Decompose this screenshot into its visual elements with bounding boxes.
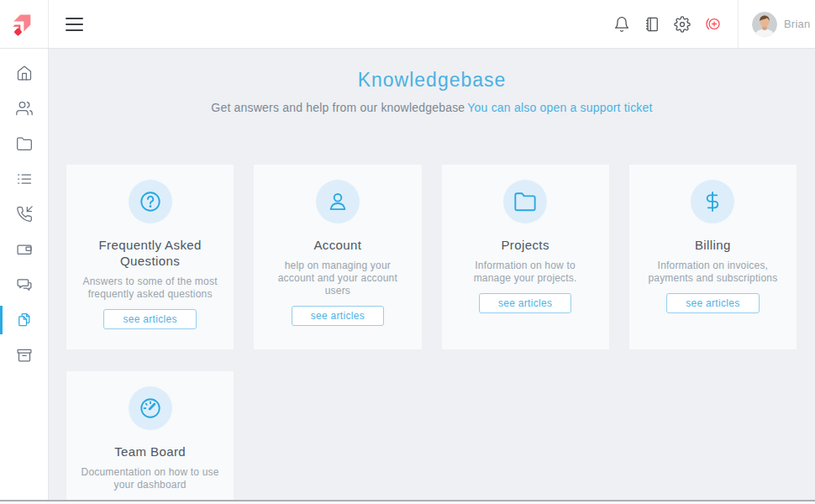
- topbar-right: Brian: [613, 0, 815, 48]
- app-window: Brian: [0, 0, 815, 504]
- page-title: Knowledgebase: [49, 69, 815, 92]
- see-articles-button[interactable]: see articles: [292, 306, 384, 326]
- body: Knowledgebase Get answers and help from …: [0, 49, 815, 500]
- card-description: Answers to some of the most frequently a…: [80, 276, 220, 301]
- card-icon-circle: [691, 180, 734, 223]
- card-description: Information on how to manage your projec…: [455, 260, 596, 285]
- list-icon: [16, 171, 33, 187]
- knowledgebase-card: Account help on managing your account an…: [254, 165, 421, 349]
- card-icon-circle: [129, 386, 172, 430]
- sidebar-item[interactable]: [0, 232, 48, 267]
- sidebar-item[interactable]: [0, 126, 48, 161]
- see-articles-button[interactable]: see articles: [666, 293, 759, 313]
- users-icon: [16, 100, 33, 117]
- knowledgebase-card: Projects Information on how to manage yo…: [442, 165, 609, 349]
- subtitle-text: Get answers and help from our knowledgeb…: [211, 101, 465, 114]
- documents-icon: [16, 312, 33, 328]
- topbar: Brian: [0, 0, 815, 49]
- question-icon: [139, 190, 162, 213]
- card-title: Team Board: [114, 444, 186, 459]
- see-articles-button[interactable]: see articles: [479, 293, 571, 313]
- sidebar-item[interactable]: [0, 338, 48, 373]
- archive-icon: [16, 347, 33, 364]
- brand-logo-icon: [10, 10, 39, 39]
- sidebar-item[interactable]: [0, 161, 48, 197]
- card-description: help on managing your account and your a…: [267, 260, 408, 297]
- gear-icon[interactable]: [674, 16, 691, 33]
- see-articles-button[interactable]: see articles: [103, 309, 196, 329]
- support-ticket-link[interactable]: You can also open a support ticket: [467, 101, 652, 114]
- main-content: Knowledgebase Get answers and help from …: [49, 49, 815, 500]
- sidebar: [0, 49, 49, 500]
- brand-logo[interactable]: [0, 0, 49, 48]
- chat-icon: [16, 276, 33, 293]
- card-icon-circle: [316, 180, 360, 223]
- avatar: [752, 12, 777, 37]
- wallet-icon: [16, 241, 33, 258]
- hamburger-menu-icon[interactable]: [57, 7, 92, 42]
- sidebar-item[interactable]: [0, 91, 48, 126]
- home-icon: [16, 65, 33, 81]
- user-icon: [326, 190, 350, 213]
- phone-incoming-icon: [16, 206, 33, 223]
- username-label: Brian: [784, 18, 810, 30]
- knowledgebase-cards: Frequently Asked Questions Answers to so…: [49, 114, 815, 500]
- bell-icon[interactable]: [613, 16, 630, 33]
- address-book-icon[interactable]: [644, 16, 660, 33]
- sidebar-item[interactable]: [0, 197, 48, 232]
- dollar-icon: [701, 190, 724, 213]
- sidebar-item[interactable]: [0, 55, 48, 91]
- page-subtitle: Get answers and help from our knowledgeb…: [49, 101, 815, 114]
- topbar-icons: [613, 15, 738, 33]
- sidebar-item[interactable]: [0, 267, 48, 302]
- card-description: Documentation on how to use your dashboa…: [80, 466, 220, 491]
- sidebar-item[interactable]: [0, 302, 48, 338]
- knowledgebase-card: Frequently Asked Questions Answers to so…: [66, 165, 234, 349]
- card-icon-circle: [503, 180, 547, 223]
- gauge-icon: [139, 396, 162, 420]
- card-title: Billing: [695, 237, 731, 253]
- knowledgebase-card: Team Board Documentation on how to use y…: [66, 371, 234, 500]
- card-icon-circle: [129, 180, 172, 223]
- card-description: Information on invoices, payments and su…: [643, 260, 783, 285]
- window-bottom-edge: [0, 500, 815, 504]
- card-title: Account: [313, 237, 361, 253]
- knowledgebase-card: Billing Information on invoices, payment…: [629, 165, 797, 349]
- card-title: Frequently Asked Questions: [80, 237, 220, 269]
- card-title: Projects: [501, 237, 549, 253]
- folder-icon: [16, 135, 33, 152]
- user-menu[interactable]: Brian: [738, 0, 815, 48]
- folder-icon: [513, 190, 537, 213]
- quick-add-icon[interactable]: [704, 15, 722, 33]
